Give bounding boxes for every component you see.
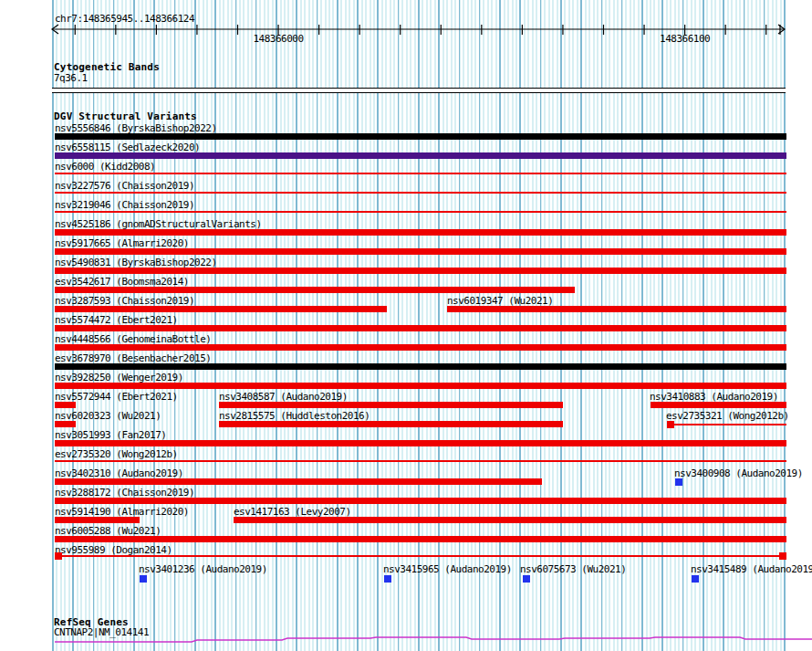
genome-browser-panel: chr7:148365945..148366124 14836600014836…: [0, 0, 812, 651]
gene-structure-line[interactable]: [0, 0, 812, 651]
gene-intron-line[interactable]: [55, 637, 812, 642]
